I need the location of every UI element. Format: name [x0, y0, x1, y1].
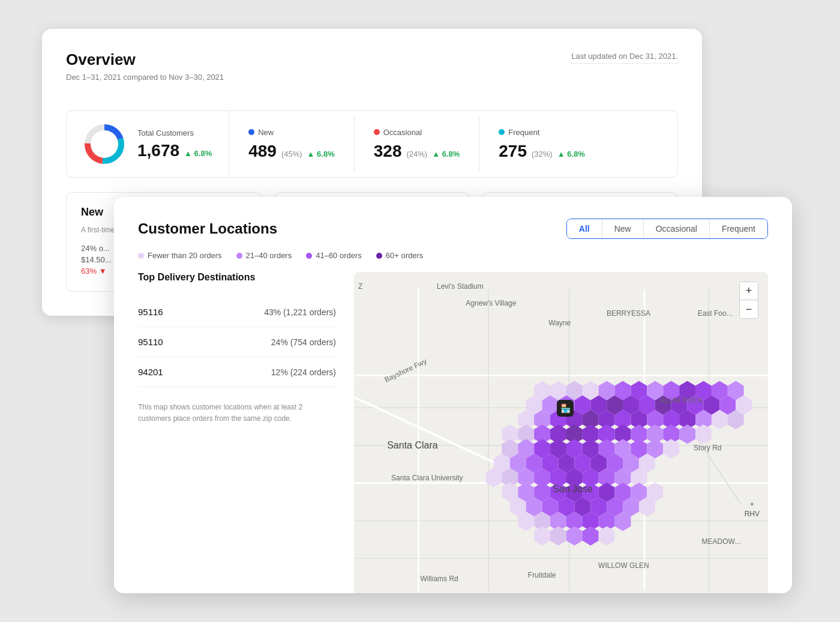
occasional-dot	[374, 129, 380, 135]
zoom-out-button[interactable]: −	[740, 300, 758, 318]
legend-41-60: 41–60 orders	[306, 251, 362, 260]
map-label-santaclara: Santa Clara	[387, 440, 438, 451]
occasional-stat-block: Occasional 328 (24%) ▲ 6.8%	[355, 116, 480, 173]
map-label-sanjose: San Jose	[553, 484, 593, 495]
svg-marker-129	[534, 526, 550, 545]
occasional-value: 328	[374, 142, 402, 161]
filter-tabs[interactable]: All New Occasional Frequent	[566, 219, 768, 239]
map-label-alumrock: ALUM ROCK	[661, 396, 703, 405]
map-label-santaclara-uni: Santa Clara University	[391, 474, 463, 482]
frequent-stat-block: Frequent 275 (32%) ▲ 6.8%	[479, 116, 604, 173]
legend-label-fewer20: Fewer than 20 orders	[148, 251, 222, 260]
map-label-willow: WILLOW GLEN	[598, 561, 649, 570]
new-change: ▲ 6.8%	[307, 149, 335, 159]
map-label-agnews: Agnew's Village	[466, 299, 516, 307]
map-zoom-controls[interactable]: + −	[739, 282, 758, 319]
svg-marker-71	[695, 424, 712, 444]
frequent-value: 275	[499, 142, 527, 161]
delivery-row-1: 95110 24% (754 orders)	[138, 327, 336, 357]
map-container[interactable]: Levi's Stadium Agnew's Village Wayne BER…	[354, 272, 768, 593]
new-pct: (45%)	[281, 149, 302, 159]
total-stat-block: Total Customers 1,678 ▲ 6.8%	[67, 111, 229, 177]
legend-label-60plus: 60+ orders	[386, 251, 424, 260]
map-label-levis: Levi's Stadium	[437, 282, 484, 291]
svg-marker-82	[663, 439, 679, 458]
delivery-pct-2: 12% (224 orders)	[271, 367, 336, 377]
delivery-title: Top Delivery Destinations	[138, 272, 336, 283]
map-label-story: Story Rd	[694, 444, 722, 452]
last-updated: Last updated on Dec 31, 2021.	[571, 52, 678, 64]
map-label-williams: Williams Rd	[420, 575, 458, 583]
donut-chart	[83, 123, 125, 165]
filter-tab-all[interactable]: All	[567, 219, 602, 238]
legend-21-40: 21–40 orders	[236, 251, 292, 260]
locations-card: Customer Locations All New Occasional Fr…	[114, 197, 792, 593]
store-pin: 🏪	[557, 400, 574, 417]
locations-header: Customer Locations All New Occasional Fr…	[138, 219, 768, 239]
locations-body: Top Delivery Destinations 95116 43% (1,2…	[138, 272, 768, 593]
occasional-label: Occasional	[383, 128, 422, 137]
total-change: ▲ 6.8%	[184, 149, 212, 158]
stats-row: Total Customers 1,678 ▲ 6.8% New 489 (45…	[66, 110, 678, 178]
legend-label-41-60: 41–60 orders	[316, 251, 362, 260]
frequent-dot	[499, 129, 505, 135]
frequent-label: Frequent	[508, 128, 539, 137]
map-label-meadow: MEADOW...	[702, 537, 741, 546]
delivery-row-2: 94201 12% (224 orders)	[138, 357, 336, 387]
new-value: 489	[248, 142, 277, 161]
legend-dot-fewer20	[138, 253, 144, 259]
legend-dot-60plus	[376, 253, 382, 259]
new-label: New	[258, 128, 274, 137]
map-label-eastfoot: East Foo...	[698, 309, 733, 318]
delivery-zip-0: 95116	[138, 307, 163, 317]
svg-marker-70	[679, 424, 695, 444]
map-label-fruitdale: Fruitdale	[528, 571, 556, 579]
map-label-wayne: Wayne	[548, 319, 571, 327]
locations-title: Customer Locations	[138, 220, 277, 237]
filter-tab-frequent[interactable]: Frequent	[710, 219, 767, 238]
map-label-z: Z	[358, 282, 362, 291]
legend-row: Fewer than 20 orders 21–40 orders 41–60 …	[138, 251, 768, 260]
new-stat-block: New 489 (45%) ▲ 6.8%	[229, 116, 355, 173]
legend-60plus: 60+ orders	[376, 251, 424, 260]
occasional-pct: (24%)	[406, 149, 427, 159]
delivery-row-0: 95116 43% (1,221 orders)	[138, 297, 336, 327]
delivery-panel: Top Delivery Destinations 95116 43% (1,2…	[138, 272, 354, 593]
legend-label-21-40: 21–40 orders	[246, 251, 292, 260]
legend-fewer20: Fewer than 20 orders	[138, 251, 222, 260]
svg-marker-132	[583, 526, 599, 545]
rhv-label: + RHV	[745, 500, 760, 518]
overview-title: Overview	[66, 50, 224, 69]
svg-marker-131	[566, 526, 583, 545]
filter-tab-new[interactable]: New	[602, 219, 644, 238]
delivery-pct-0: 43% (1,221 orders)	[264, 307, 336, 317]
delivery-pct-1: 24% (754 orders)	[271, 337, 336, 347]
filter-tab-occasional[interactable]: Occasional	[644, 219, 710, 238]
total-label: Total Customers	[137, 128, 212, 137]
legend-dot-41-60	[306, 253, 312, 259]
total-value: 1,678	[137, 141, 179, 160]
frequent-pct: (32%)	[532, 149, 553, 159]
delivery-note: This map shows customer locations when a…	[138, 402, 336, 424]
zoom-in-button[interactable]: +	[740, 282, 758, 300]
overview-subtitle: Dec 1–31, 2021 compared to Nov 3–30, 202…	[66, 73, 224, 82]
delivery-zip-2: 94201	[138, 367, 163, 377]
map-label-berryessa: BERRYESSA	[607, 309, 650, 318]
svg-marker-133	[599, 526, 615, 545]
svg-marker-130	[550, 526, 566, 545]
frequent-change: ▲ 6.8%	[557, 149, 585, 159]
legend-dot-21-40	[236, 253, 242, 259]
new-dot	[248, 129, 254, 135]
occasional-change: ▲ 6.8%	[432, 149, 460, 159]
delivery-zip-1: 95110	[138, 337, 163, 347]
